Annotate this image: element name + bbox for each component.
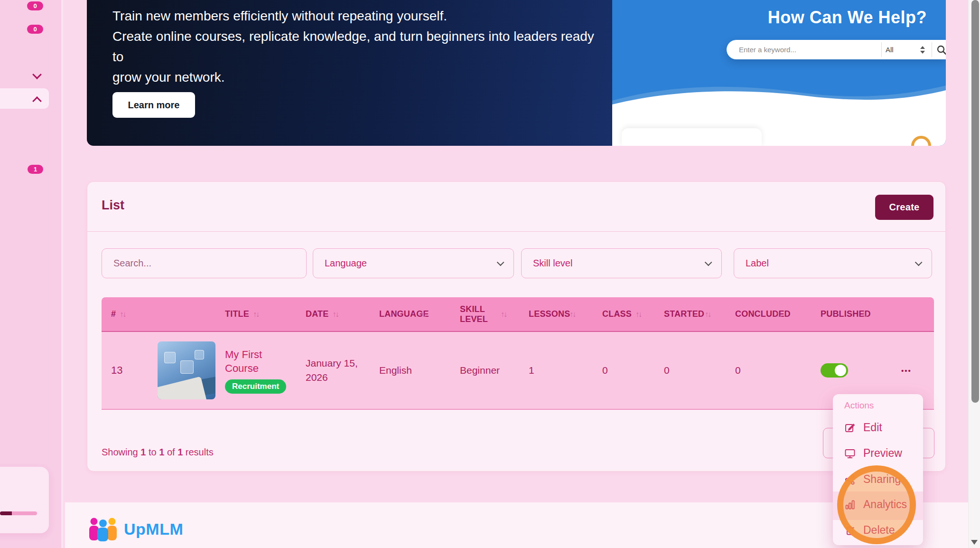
cell-id: 13	[102, 332, 149, 409]
sidebar-bottom-panel	[0, 467, 49, 533]
skill-level-select[interactable]: Skill level	[521, 248, 722, 278]
menu-item-delete[interactable]: Delete	[844, 524, 895, 537]
column-header-skill-level[interactable]: SKILL LEVEL↑↓	[451, 297, 520, 331]
sharing-icon	[844, 474, 856, 485]
language-select-label: Language	[325, 258, 367, 269]
promo-copy: Train new members efficiently without re…	[112, 6, 601, 87]
sidebar-badge[interactable]: 0	[27, 25, 43, 34]
brand-name: UpMLM	[124, 520, 183, 539]
menu-item-label: Sharing	[863, 473, 901, 486]
column-header-started[interactable]: STARTED↑↓	[655, 297, 727, 331]
menu-item-preview[interactable]: Preview	[844, 447, 902, 460]
menu-item-edit[interactable]: Edit	[844, 421, 882, 434]
create-button[interactable]: Create	[875, 195, 933, 220]
wave-decoration	[612, 71, 946, 119]
scrollbar-thumb[interactable]	[971, 0, 979, 403]
thumbnail-art	[158, 377, 208, 399]
menu-item-label: Analytics	[863, 498, 907, 511]
sort-icon: ↑↓	[705, 310, 710, 319]
cell-lessons: 1	[520, 332, 594, 409]
help-image-card	[622, 128, 762, 146]
help-search-placeholder: Enter a keyword...	[739, 40, 796, 59]
thumbnail-art	[164, 352, 176, 363]
menu-item-label: Preview	[863, 447, 902, 460]
sort-icon: ↑↓	[635, 310, 641, 319]
sort-icon: ↑↓	[569, 310, 575, 319]
page-title: List	[102, 198, 124, 213]
column-header-id[interactable]: #↑↓	[102, 297, 149, 331]
chevron-down-icon	[497, 259, 504, 266]
menu-item-analytics[interactable]: Analytics	[844, 498, 907, 511]
sidebar-badge[interactable]: 0	[27, 1, 43, 10]
chevron-down-icon[interactable]	[32, 70, 42, 79]
column-header-class[interactable]: CLASS↑↓	[594, 297, 655, 331]
chevron-down-icon	[915, 259, 923, 266]
column-header-lessons[interactable]: LESSONS↑↓	[520, 297, 594, 331]
help-center-title: How Can We Help?	[612, 8, 927, 28]
row-actions-button[interactable]: •••	[901, 367, 912, 375]
column-header-language[interactable]: LANGUAGE↑↓	[371, 297, 451, 331]
promo-banner: Train new members efficiently without re…	[87, 0, 946, 146]
sort-icon: ↑↓	[332, 310, 338, 319]
page: 0 0 1 Train new members efficiently with…	[0, 0, 980, 548]
progress-bar	[0, 511, 37, 515]
sort-icon: ↑↓	[776, 310, 782, 319]
column-header-concluded[interactable]: CONCLUDED↑↓	[727, 297, 812, 331]
cell-language: English	[371, 332, 451, 409]
sidebar-item-active[interactable]	[0, 88, 49, 109]
actions-menu: Actions Edit Preview S	[833, 394, 923, 545]
label-select[interactable]: Label	[734, 248, 932, 278]
learn-more-button[interactable]: Learn more	[112, 92, 195, 118]
sort-icon: ↑↓	[501, 310, 506, 319]
cell-class: 0	[594, 332, 655, 409]
brand-logo: UpMLM	[88, 517, 183, 541]
table-row: 13 My First Course Recruitment January 1…	[102, 332, 934, 410]
cell-concluded: 0	[727, 332, 812, 409]
edit-icon	[844, 422, 856, 434]
promo-line-2: Create online courses, replicate knowled…	[112, 26, 601, 67]
scrollbar-down-arrow[interactable]	[971, 540, 978, 545]
column-header-published[interactable]: PUBLISHED↑↓	[812, 297, 893, 331]
language-select[interactable]: Language	[313, 248, 514, 278]
sidebar: 0 0 1	[0, 0, 63, 548]
course-title-link[interactable]: My First Course	[225, 348, 284, 375]
scrollbar	[968, 0, 980, 548]
help-filter-value: All	[886, 40, 894, 59]
search-icon	[936, 45, 946, 55]
table-header-row: #↑↓ TITLE↑↓ DATE↑↓ LANGUAGE↑↓ SKILL LEVE…	[102, 297, 934, 332]
course-thumbnail[interactable]	[158, 341, 215, 399]
sidebar-badge[interactable]: 1	[28, 165, 43, 174]
divider	[932, 42, 932, 57]
menu-item-sharing[interactable]: Sharing	[844, 473, 901, 486]
filters-row: Language Skill level Label	[87, 248, 945, 278]
sort-icon: ↑↓	[120, 310, 125, 319]
cell-skill-level: Beginner	[451, 332, 520, 409]
column-header-title[interactable]: TITLE↑↓	[216, 297, 297, 331]
search-input[interactable]	[102, 248, 307, 278]
promo-line-1: Train new members efficiently without re…	[112, 6, 601, 26]
sort-icon: ↑↓	[861, 310, 867, 319]
cell-date: January 15, 2026	[297, 332, 371, 409]
delete-icon	[844, 525, 856, 536]
column-header-date[interactable]: DATE↑↓	[297, 297, 371, 331]
divider	[87, 231, 945, 232]
cell-started: 0	[655, 332, 727, 409]
toggle-knob	[835, 365, 846, 376]
published-toggle[interactable]	[821, 363, 848, 378]
label-select-label: Label	[746, 258, 769, 269]
cell-image	[149, 332, 216, 409]
chevron-down-icon	[705, 259, 712, 266]
cell-title: My First Course Recruitment	[216, 332, 297, 409]
column-header-actions	[893, 297, 920, 331]
menu-item-label: Delete	[863, 524, 895, 537]
select-updown-icon	[920, 46, 925, 54]
list-card: List Create Language Skill level Label #…	[87, 181, 946, 472]
sort-icon: ↑↓	[253, 310, 259, 319]
help-center-image: How Can We Help? Enter a keyword... All	[612, 0, 946, 146]
promo-banner-text-panel: Train new members efficiently without re…	[87, 0, 612, 146]
divider	[881, 42, 882, 57]
courses-table: #↑↓ TITLE↑↓ DATE↑↓ LANGUAGE↑↓ SKILL LEVE…	[102, 297, 934, 410]
promo-line-3: grow your network.	[112, 67, 601, 87]
course-label-badge: Recruitment	[225, 379, 286, 394]
sort-icon: ↑↓	[420, 310, 426, 319]
